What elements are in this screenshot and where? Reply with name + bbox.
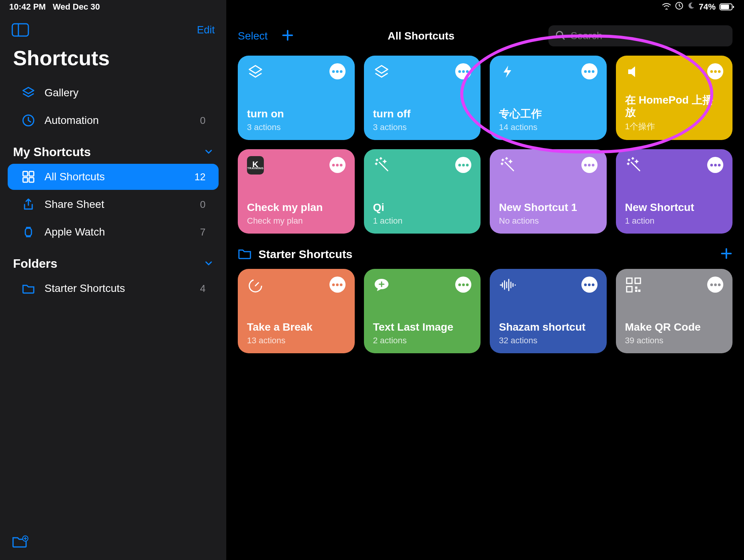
chevron-down-icon xyxy=(204,257,213,271)
clock-icon xyxy=(21,114,36,127)
svg-rect-8 xyxy=(29,171,34,176)
shortcut-card[interactable]: KTRAININGCheck my planCheck my plan xyxy=(238,149,355,234)
shortcut-card[interactable]: Make QR Code39 actions xyxy=(616,269,733,353)
sidebar-item-starter-shortcuts[interactable]: Starter Shortcuts 4 xyxy=(8,275,219,301)
add-starter-button[interactable] xyxy=(720,247,732,261)
shortcut-subtitle: 1 action xyxy=(625,216,724,226)
shortcut-subtitle: 1 action xyxy=(373,216,472,226)
status-date: Wed Dec 30 xyxy=(53,2,100,12)
sidebar-item-automation[interactable]: Automation 0 xyxy=(8,107,219,133)
more-button[interactable] xyxy=(329,157,346,173)
chat-plus-icon xyxy=(373,277,390,293)
shortcut-subtitle: 13 actions xyxy=(247,336,346,346)
layers-icon xyxy=(373,63,390,80)
svg-rect-4 xyxy=(12,24,28,36)
timer-icon xyxy=(247,277,264,293)
shortcut-subtitle: 32 actions xyxy=(499,336,598,346)
keep-icon: KTRAINING xyxy=(247,157,264,174)
search-input[interactable] xyxy=(571,30,726,42)
shortcut-subtitle: Check my plan xyxy=(247,216,346,226)
layers-icon xyxy=(247,63,264,80)
section-my-label: My Shortcuts xyxy=(13,145,91,159)
main-content: Select All Shortcuts turn on3 actionstur… xyxy=(226,0,744,560)
shortcut-card[interactable]: 专心工作14 actions xyxy=(490,56,607,140)
chevron-down-icon xyxy=(204,145,213,159)
search-box[interactable] xyxy=(548,25,732,46)
shortcut-title: Check my plan xyxy=(247,201,346,214)
share-icon xyxy=(21,198,36,211)
shortcut-card[interactable]: Qi1 action xyxy=(364,149,481,234)
shortcut-title: turn on xyxy=(247,108,346,120)
add-shortcut-button[interactable] xyxy=(281,29,294,43)
all-shortcuts-label: All Shortcuts xyxy=(44,171,105,183)
automation-count: 0 xyxy=(200,115,206,127)
svg-rect-9 xyxy=(23,178,28,182)
shortcut-card[interactable]: New Shortcut 1No actions xyxy=(490,149,607,234)
shortcut-title: Shazam shortcut xyxy=(499,321,598,333)
section-my-shortcuts[interactable]: My Shortcuts xyxy=(0,134,226,163)
search-icon xyxy=(555,30,565,42)
svg-rect-10 xyxy=(29,178,34,182)
starter-folder-label: Starter Shortcuts xyxy=(44,282,125,295)
svg-rect-16 xyxy=(635,278,640,283)
shortcut-card[interactable]: turn on3 actions xyxy=(238,56,355,140)
more-button[interactable] xyxy=(455,157,471,173)
more-button[interactable] xyxy=(455,277,471,293)
shortcut-card[interactable]: New Shortcut1 action xyxy=(616,149,733,234)
folder-icon xyxy=(21,282,36,295)
shortcut-card[interactable]: Take a Break13 actions xyxy=(238,269,355,353)
starter-shortcuts-grid: Take a Break13 actionsText Last Image2 a… xyxy=(226,269,744,353)
edit-button[interactable]: Edit xyxy=(197,24,215,36)
shortcut-subtitle: 3 actions xyxy=(247,122,346,132)
dnd-moon-icon xyxy=(687,2,695,12)
shortcut-title: Text Last Image xyxy=(373,321,472,333)
starter-section-label: Starter Shortcuts xyxy=(258,248,352,261)
more-button[interactable] xyxy=(581,63,598,79)
sidebar-toggle-icon[interactable] xyxy=(12,23,29,37)
sidebar-item-gallery[interactable]: Gallery xyxy=(8,80,219,106)
more-button[interactable] xyxy=(707,157,723,173)
more-button[interactable] xyxy=(707,277,723,293)
shortcut-subtitle: 14 actions xyxy=(499,122,598,132)
shortcut-card[interactable]: Text Last Image2 actions xyxy=(364,269,481,353)
qr-icon xyxy=(625,277,642,293)
new-folder-button[interactable] xyxy=(12,535,28,550)
more-button[interactable] xyxy=(707,63,723,79)
apple-watch-count: 7 xyxy=(200,226,206,238)
svg-rect-19 xyxy=(638,290,640,292)
shortcut-title: New Shortcut 1 xyxy=(499,201,598,214)
wave-icon xyxy=(499,277,516,293)
more-button[interactable] xyxy=(455,63,471,79)
status-bar: 10:42 PM Wed Dec 30 74% xyxy=(0,0,744,14)
automation-label: Automation xyxy=(44,114,99,127)
main-header: Select All Shortcuts xyxy=(226,18,744,56)
shortcut-subtitle: No actions xyxy=(499,216,598,226)
select-button[interactable]: Select xyxy=(238,30,268,42)
shortcut-title: Qi xyxy=(373,201,472,214)
more-button[interactable] xyxy=(329,277,346,293)
wand-icon xyxy=(373,157,390,174)
more-button[interactable] xyxy=(581,277,598,293)
shortcut-title: 专心工作 xyxy=(499,108,598,120)
shortcut-card[interactable]: turn off3 actions xyxy=(364,56,481,140)
apple-watch-label: Apple Watch xyxy=(44,226,105,238)
sidebar-item-share-sheet[interactable]: Share Sheet 0 xyxy=(8,191,219,217)
shortcut-subtitle: 3 actions xyxy=(373,122,472,132)
shortcut-title: Make QR Code xyxy=(625,321,724,333)
svg-rect-7 xyxy=(23,171,28,176)
svg-rect-15 xyxy=(627,278,632,283)
section-folders[interactable]: Folders xyxy=(0,246,226,275)
bolt-icon xyxy=(499,63,516,80)
sidebar-item-all-shortcuts[interactable]: All Shortcuts 12 xyxy=(8,164,219,190)
sidebar-item-apple-watch[interactable]: Apple Watch 7 xyxy=(8,219,219,245)
all-shortcuts-count: 12 xyxy=(194,171,206,183)
speaker-icon xyxy=(625,63,642,80)
watch-icon xyxy=(21,225,36,239)
gallery-label: Gallery xyxy=(44,87,79,99)
starter-shortcuts-header[interactable]: Starter Shortcuts xyxy=(226,234,744,269)
more-button[interactable] xyxy=(329,63,346,79)
shortcut-card[interactable]: 在 HomePod 上播放1个操作 xyxy=(616,56,733,140)
shortcut-title: 在 HomePod 上播放 xyxy=(625,94,724,119)
shortcut-card[interactable]: Shazam shortcut32 actions xyxy=(490,269,607,353)
more-button[interactable] xyxy=(581,157,598,173)
